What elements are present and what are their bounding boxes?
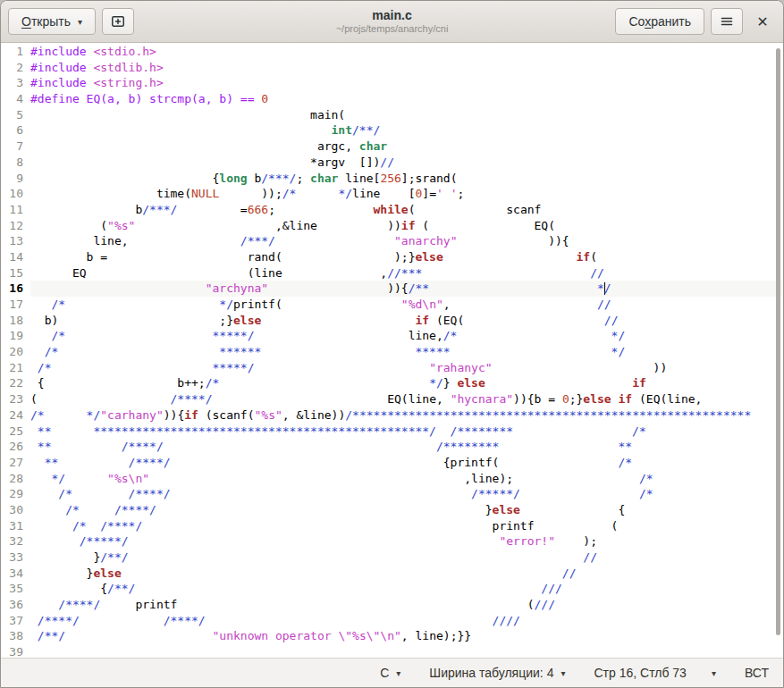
code-token: /* */	[30, 408, 100, 422]
code-token: ///	[535, 598, 555, 611]
code-token: if	[401, 219, 416, 232]
code-token: 666	[248, 203, 268, 216]
code-token: "hycnara"	[451, 392, 513, 406]
code-line[interactable]: line, /***/ "anarchy" )){	[30, 233, 783, 249]
code-line[interactable]: ("%s" ,&line ))if ( EQ(	[30, 218, 783, 234]
cursor-position-selector[interactable]: Стр 16, Стлб 73 ▾	[594, 666, 715, 680]
code-token: ,	[443, 298, 597, 311]
code-token: "%d\n"	[401, 298, 443, 311]
code-token	[254, 361, 429, 374]
code-line[interactable]: ** /****/ /******** **	[30, 439, 783, 455]
code-line[interactable]: argc, char	[30, 138, 783, 155]
code-line[interactable]: "archyna" )){/** */	[30, 281, 783, 297]
code-token: /* */	[30, 298, 233, 311]
save-button[interactable]: Сохранить	[615, 8, 704, 35]
code-token: }	[30, 566, 93, 580]
code-line[interactable]: /* /****/ printf (	[30, 518, 783, 534]
code-line[interactable]: b = rand( );}else if(	[30, 249, 783, 265]
code-line[interactable]: }else //	[30, 566, 783, 582]
code-line[interactable]: /* /****/ }else {	[30, 502, 783, 518]
code-token: );	[555, 534, 597, 548]
code-line[interactable]: ( /****/ EQ(line, "hycnara")){b = 0;}els…	[30, 391, 783, 407]
code-token: /**/	[352, 123, 380, 137]
code-token: //	[583, 550, 597, 564]
code-line[interactable]: /****/ printf (///	[30, 597, 783, 613]
code-line[interactable]: int/**/	[30, 122, 783, 138]
code-token: /***/	[142, 203, 177, 216]
tab-width-label: Ширина табуляции: 4	[429, 666, 553, 680]
code-token: b	[248, 172, 262, 185]
line-number: 23	[1, 391, 23, 407]
code-line[interactable]: /* *****/ line,/* */	[30, 328, 783, 344]
code-line[interactable]: { b++;/* */} else if	[30, 375, 783, 391]
code-line[interactable]: }/**/ //	[30, 550, 783, 566]
cursor-position-label: Стр 16, Стлб 73	[594, 666, 686, 680]
code-token: b) ;}	[30, 314, 233, 327]
line-number: 35	[1, 581, 23, 597]
code-line[interactable]: /**/ "unknown operator \"%s\"\n", line);…	[30, 628, 783, 644]
code-token: (EQ(line,	[632, 392, 702, 406]
code-line[interactable]: /*****/ "error!" );	[30, 533, 783, 550]
line-number: 6	[1, 122, 23, 138]
code-pane[interactable]: #include <stdio.h>#include <stdlib.h>#in…	[30, 43, 783, 658]
code-line[interactable]: /* */"carhany")){if (scanf("%s", &line))…	[30, 407, 783, 424]
code-line[interactable]: EQ (line ,//*** //	[30, 265, 783, 281]
code-line[interactable]: #include <stdio.h>	[30, 44, 783, 60]
code-token: (	[30, 219, 107, 232]
editor-area[interactable]: 1234567891011121314151617181920212223242…	[1, 43, 783, 658]
code-line[interactable]: ** *************************************…	[30, 424, 783, 440]
scrollbar-thumb[interactable]	[776, 48, 780, 635]
code-line[interactable]: /* *****/ "rahanyc" ))	[30, 360, 783, 376]
code-token: {	[30, 172, 219, 185]
code-token: line [	[352, 187, 415, 200]
chevron-down-icon: ▾	[396, 668, 400, 678]
code-token: "error!"	[499, 534, 555, 548]
open-button[interactable]: Открыть ▾	[8, 8, 96, 35]
code-token: {	[30, 582, 107, 595]
open-button-label: Открыть	[21, 14, 71, 29]
code-token: /* /****/ /*****/ /*	[30, 487, 653, 500]
code-token: ;	[296, 172, 310, 185]
code-token	[30, 123, 332, 137]
code-token	[65, 629, 212, 642]
code-token: "%s\n"	[107, 472, 149, 485]
code-line[interactable]: /* /****/ /*****/ /*	[30, 486, 783, 502]
code-line[interactable]: #define EQ(a, b) strcmp(a, b) == 0	[30, 91, 783, 107]
code-token: "unknown operator \"%s\"\n"	[213, 629, 401, 642]
code-line[interactable]: time(NULL ));/* */line [0]=' ';	[30, 186, 783, 202]
code-line[interactable]: b) ;}else if (EQ( //	[30, 313, 783, 329]
code-line[interactable]: ** /****/ {printf( /*	[30, 455, 783, 471]
code-token	[65, 472, 107, 485]
code-line[interactable]: {/**/ ///	[30, 581, 783, 597]
code-token: /**/	[107, 582, 135, 595]
new-document-button[interactable]	[102, 8, 134, 35]
tab-width-selector[interactable]: Ширина табуляции: 4 ▾	[429, 666, 565, 680]
close-icon: ✕	[756, 13, 768, 30]
code-token: ** *************************************…	[30, 424, 646, 438]
code-line[interactable]: #include <string.h>	[30, 75, 783, 91]
code-token: //	[562, 566, 577, 580]
code-line[interactable]: *argv [])//	[30, 155, 783, 171]
vertical-scrollbar[interactable]	[774, 45, 782, 656]
code-line[interactable]: /* ****** ***** */	[30, 344, 783, 360]
code-token: line[	[338, 172, 380, 185]
code-token: ( EQ(	[415, 219, 555, 232]
code-line[interactable]: /* */printf( "%d\n", //	[30, 297, 783, 313]
code-token: //	[380, 155, 394, 169]
language-selector[interactable]: C ▾	[380, 666, 400, 680]
code-line[interactable]: main(	[30, 107, 783, 123]
code-token: while	[374, 203, 409, 216]
line-number: 20	[1, 344, 23, 360]
code-line[interactable]: b/***/ =666; while( scanf	[30, 202, 783, 218]
code-token: else	[457, 376, 485, 390]
close-button[interactable]: ✕	[749, 8, 776, 35]
code-token: /* */	[282, 187, 352, 200]
code-line[interactable]: {long b/***/; char line[256];srand(	[30, 171, 783, 187]
code-token: , &line))	[282, 408, 345, 422]
code-line[interactable]: */ "%s\n" ,line); /*	[30, 471, 783, 487]
code-line[interactable]: /****/ /****/ ////	[30, 613, 783, 629]
code-line[interactable]	[30, 644, 783, 658]
menu-button[interactable]	[711, 8, 743, 35]
code-token: "archyna"	[206, 281, 268, 295]
code-line[interactable]: #include <stdlib.h>	[30, 60, 783, 76]
